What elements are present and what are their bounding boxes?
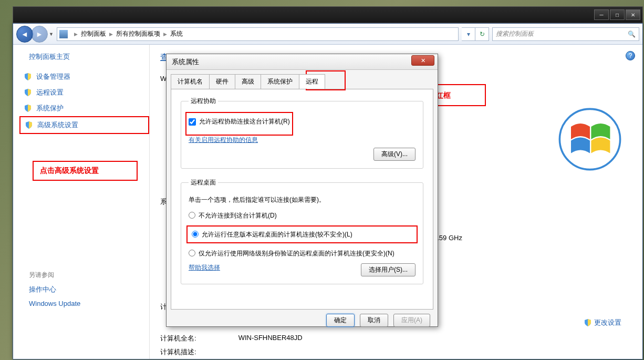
help-me-choose-link[interactable]: 帮助我选择 (189, 263, 220, 272)
sidebar-item-label: 高级系统设置 (37, 120, 78, 130)
sidebar-item-remote-settings[interactable]: 远程设置 (19, 85, 149, 100)
group-legend: 远程协助 (189, 97, 218, 106)
breadcrumb-item[interactable]: 所有控制面板项 (116, 29, 160, 38)
refresh-button[interactable]: ↻ (475, 27, 489, 41)
tab-system-protection[interactable]: 系统保护 (261, 74, 299, 89)
dialog-title-bar[interactable]: 系统属性 ✕ (167, 54, 438, 70)
sidebar: 控制面板主页 设备管理器 远程设置 系统保护 高级系统设置 另请参阅 操作中心 … (13, 45, 150, 359)
remote-desktop-group: 远程桌面 单击一个选项，然后指定谁可以连接(如果需要)。 不允许连接到这台计算机… (181, 178, 423, 284)
maximize-button[interactable]: □ (610, 9, 625, 20)
close-button[interactable]: ✕ (626, 9, 640, 20)
shield-icon (25, 121, 33, 129)
search-icon: 🔍 (628, 30, 636, 38)
see-also-label: 另请参阅 (29, 271, 149, 280)
dialog-button-row: 确定 取消 应用(A) (167, 314, 438, 333)
change-settings-link[interactable]: 更改设置 (584, 318, 621, 327)
sidebar-item-label: 远程设置 (36, 88, 64, 97)
shield-icon (24, 104, 32, 112)
apply-button[interactable]: 应用(A) (393, 314, 430, 327)
dialog-content: 远程协助 允许远程协助连接这台计算机(R) 有关启用远程协助的信息 高级(V).… (171, 89, 433, 310)
system-properties-dialog: 系统属性 ✕ 计算机名 硬件 高级 系统保护 远程 远程协助 允许远程协助连接这… (166, 54, 438, 327)
computer-desc-label: 计算机描述: (160, 347, 196, 357)
ok-button[interactable]: 确定 (326, 314, 355, 327)
breadcrumb[interactable]: ▶ 控制面板 ▶ 所有控制面板项 ▶ 系统 (57, 27, 459, 41)
sidebar-item-system-protection[interactable]: 系统保护 (19, 100, 149, 116)
radio-dont-allow[interactable]: 不允许连接到这台计算机(D) (189, 211, 416, 220)
tab-computer-name[interactable]: 计算机名 (171, 74, 210, 89)
nav-history-dropdown[interactable]: ▼ (49, 32, 54, 37)
remote-assistance-info-link[interactable]: 有关启用远程协助的信息 (189, 136, 258, 143)
tab-hardware[interactable]: 硬件 (209, 74, 235, 89)
windows-logo-icon (558, 108, 621, 171)
remote-assistance-advanced-button[interactable]: 高级(V)... (373, 148, 416, 161)
remote-assistance-group: 远程协助 允许远程协助连接这台计算机(R) 有关启用远程协助的信息 高级(V).… (181, 97, 423, 169)
radio-allow-any-version[interactable]: 允许运行任意版本远程桌面的计算机连接(较不安全)(L) (192, 230, 412, 239)
breadcrumb-item[interactable]: 系统 (170, 29, 183, 38)
search-input[interactable]: 搜索控制面板 🔍 (492, 27, 639, 41)
computer-name-label: 计算机全名: (160, 334, 196, 343)
remote-desktop-desc: 单击一个选项，然后指定谁可以连接(如果需要)。 (189, 196, 416, 204)
annotation-callout: 点击高级系统设置 (33, 161, 138, 181)
radio-input[interactable] (192, 231, 199, 238)
shield-icon (24, 88, 32, 97)
group-legend: 远程桌面 (189, 178, 218, 187)
allow-remote-assistance-checkbox[interactable]: 允许远程协助连接这台计算机(R) (189, 117, 290, 126)
forward-button[interactable]: ► (31, 26, 48, 43)
cancel-button[interactable]: 取消 (360, 314, 388, 327)
sidebar-link-windows-update[interactable]: Windows Update (29, 300, 149, 307)
sidebar-link-action-center[interactable]: 操作中心 (29, 285, 149, 294)
shield-icon (24, 73, 32, 81)
window-chrome: ─ □ ✕ (13, 6, 643, 23)
dialog-close-button[interactable]: ✕ (411, 55, 434, 66)
shield-icon (584, 318, 592, 327)
radio-allow-nla-only[interactable]: 仅允许运行使用网络级别身份验证的远程桌面的计算机连接(更安全)(N) (189, 249, 416, 258)
breadcrumb-item[interactable]: 控制面板 (81, 29, 106, 38)
tab-advanced[interactable]: 高级 (235, 74, 261, 89)
dialog-tabs: 计算机名 硬件 高级 系统保护 远程 (167, 70, 438, 89)
toolbar: ◄ ► ▼ ▶ 控制面板 ▶ 所有控制面板项 ▶ 系统 ▾ ↻ 搜索控制面板 🔍 (13, 24, 642, 45)
radio-input[interactable] (189, 212, 195, 219)
sidebar-item-advanced-system-settings[interactable]: 高级系统设置 (19, 116, 149, 134)
sidebar-item-label: 系统保护 (36, 104, 64, 113)
dialog-title: 系统属性 (172, 57, 199, 67)
sidebar-item-label: 设备管理器 (36, 72, 70, 81)
radio-input[interactable] (189, 250, 195, 256)
sidebar-item-device-manager[interactable]: 设备管理器 (19, 69, 149, 85)
tab-remote[interactable]: 远程 (299, 74, 325, 89)
select-users-button[interactable]: 选择用户(S)... (361, 263, 416, 276)
control-panel-icon (59, 30, 68, 38)
sidebar-title: 控制面板主页 (19, 52, 149, 61)
computer-name-value: WIN-SFHNBER48JD (238, 334, 303, 343)
breadcrumb-dropdown[interactable]: ▾ (462, 27, 475, 41)
checkbox-input[interactable] (189, 118, 196, 126)
minimize-button[interactable]: ─ (594, 9, 609, 20)
